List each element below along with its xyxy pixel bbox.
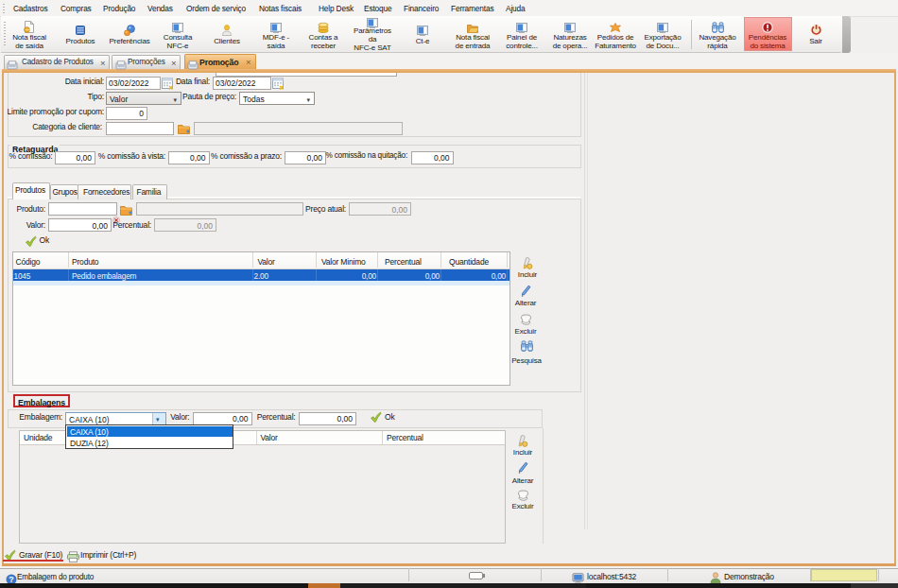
svg-text:?: ? — [9, 575, 13, 584]
